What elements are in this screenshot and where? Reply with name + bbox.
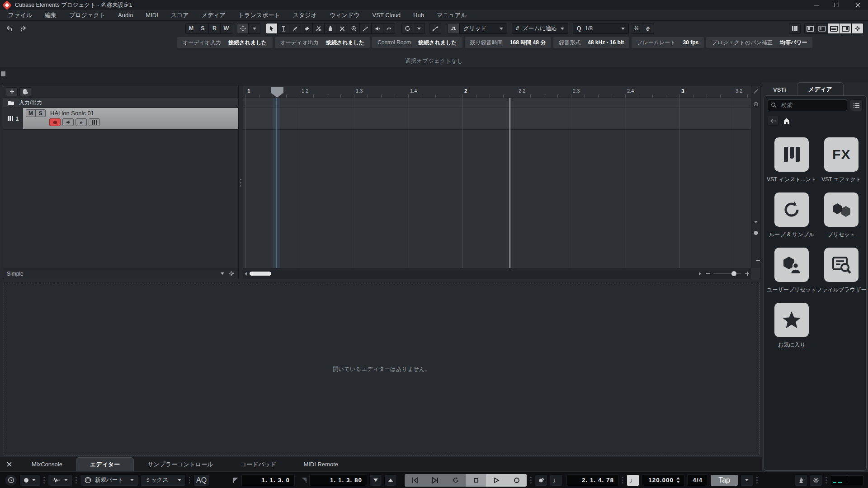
hzoom-thumb[interactable] bbox=[731, 271, 736, 276]
ruler-options-icon[interactable] bbox=[753, 89, 758, 94]
hzoom-out-icon[interactable] bbox=[706, 273, 710, 274]
tile-loops-samples[interactable]: ループ & サンプル bbox=[769, 192, 814, 248]
object-selection-tool[interactable] bbox=[266, 23, 278, 34]
window-layout-setup-button[interactable] bbox=[852, 23, 863, 34]
tap-tempo-button[interactable]: Tap bbox=[710, 474, 738, 486]
tile-user-presets[interactable]: ユーザープリセット bbox=[767, 248, 816, 303]
audio-record-mode-dropdown[interactable] bbox=[48, 474, 72, 486]
record-arm-button[interactable] bbox=[49, 118, 61, 126]
menu-window[interactable]: ウィンドウ bbox=[323, 10, 366, 21]
bottom-zone-toggle[interactable] bbox=[828, 23, 840, 34]
tile-vst-effects[interactable]: FX VST エフェクト bbox=[821, 137, 861, 192]
split-tool[interactable] bbox=[313, 23, 325, 34]
tab-chord-pads[interactable]: コードパッド bbox=[227, 457, 290, 471]
track-name[interactable]: HALion Sonic 01 bbox=[50, 110, 94, 117]
search-input[interactable] bbox=[768, 99, 847, 111]
menu-vst-cloud[interactable]: VST Cloud bbox=[366, 10, 407, 21]
track-preset-button[interactable] bbox=[19, 87, 31, 96]
zoom-tool[interactable] bbox=[348, 23, 360, 34]
menu-manual[interactable]: マニュアル bbox=[430, 10, 473, 21]
inspector-toggle[interactable] bbox=[816, 23, 828, 34]
hscroll-thumb[interactable] bbox=[250, 272, 271, 276]
tempo-display[interactable]: 120.000 bbox=[642, 474, 685, 486]
grid-type-dropdown[interactable]: # ズームに適応 bbox=[512, 23, 568, 34]
midi-record-mix-dropdown[interactable]: ミックス bbox=[141, 474, 186, 486]
track-mute-button[interactable]: M bbox=[26, 109, 36, 117]
swing-quantize-button[interactable]: ½ bbox=[631, 23, 642, 34]
tile-vst-instruments[interactable]: VST インスト...ント bbox=[767, 137, 816, 192]
automation-curve-button[interactable] bbox=[429, 23, 441, 34]
performance-meter[interactable] bbox=[830, 475, 863, 485]
right-locator-flag-icon[interactable] bbox=[301, 477, 307, 483]
menu-edit[interactable]: 編集 bbox=[38, 10, 63, 21]
goto-start-button[interactable] bbox=[405, 474, 425, 487]
record-mode-dropdown[interactable] bbox=[19, 474, 40, 486]
time-signature-display[interactable]: 4/4 bbox=[687, 474, 708, 486]
stop-button[interactable] bbox=[466, 474, 486, 487]
erase-tool[interactable] bbox=[301, 23, 313, 34]
line-tool[interactable] bbox=[360, 23, 372, 34]
menu-midi[interactable]: MIDI bbox=[139, 10, 164, 21]
audition-loop-dropdown[interactable] bbox=[413, 23, 425, 34]
snap-type-dropdown[interactable]: グリッド bbox=[459, 23, 507, 34]
autoscroll-button[interactable] bbox=[237, 23, 249, 34]
tile-favorites[interactable]: お気に入り bbox=[774, 303, 809, 358]
metronome-setup-button[interactable] bbox=[810, 474, 822, 486]
range-selection-tool[interactable] bbox=[278, 23, 289, 34]
maximize-button[interactable] bbox=[826, 0, 847, 10]
tab-vsti[interactable]: VSTi bbox=[762, 83, 797, 96]
tile-file-browser[interactable]: ファイルブラウザー bbox=[816, 248, 866, 303]
menu-file[interactable]: ファイル bbox=[2, 10, 38, 21]
read-automation-button[interactable]: R bbox=[209, 23, 221, 34]
track-settings-gear-icon[interactable] bbox=[229, 271, 235, 277]
panel-splitter[interactable] bbox=[239, 85, 243, 279]
add-track-button[interactable] bbox=[6, 87, 18, 96]
edit-channel-button[interactable]: e bbox=[75, 118, 87, 126]
tile-presets[interactable]: プリセット bbox=[824, 192, 859, 248]
auto-quantize-button[interactable]: AQ bbox=[193, 474, 209, 486]
punch-out-button[interactable] bbox=[384, 474, 397, 486]
menu-score[interactable]: スコア bbox=[165, 10, 195, 21]
left-locator-flag-icon[interactable] bbox=[233, 477, 239, 483]
color-tool[interactable] bbox=[383, 23, 395, 34]
tab-midi-remote[interactable]: MIDI Remote bbox=[290, 457, 352, 471]
hzoom-slider[interactable] bbox=[713, 273, 741, 274]
punch-in-button[interactable] bbox=[369, 474, 382, 486]
metronome-button[interactable] bbox=[795, 474, 807, 486]
right-locator-display[interactable]: 1. 1. 3. 80 bbox=[309, 474, 367, 486]
solo-all-button[interactable]: S bbox=[197, 23, 209, 34]
menu-hub[interactable]: Hub bbox=[407, 10, 430, 21]
tab-mixconsole[interactable]: MixConsole bbox=[18, 457, 76, 471]
left-locator-display[interactable]: 1. 1. 3. 0 bbox=[241, 474, 295, 486]
position-display[interactable]: 2. 1. 4. 78 bbox=[566, 474, 619, 486]
event-display[interactable] bbox=[243, 98, 751, 268]
list-view-button[interactable] bbox=[850, 99, 863, 111]
back-button[interactable] bbox=[768, 116, 778, 126]
tab-editor[interactable]: エディター bbox=[76, 457, 134, 471]
divider-handle[interactable] bbox=[1, 71, 5, 76]
play-tool[interactable] bbox=[372, 23, 383, 34]
close-button[interactable] bbox=[847, 0, 868, 10]
scroll-left-icon[interactable] bbox=[245, 272, 247, 276]
record-button[interactable] bbox=[506, 474, 527, 487]
tempo-spinner[interactable] bbox=[676, 477, 680, 483]
view-preset-dropdown[interactable] bbox=[221, 272, 224, 275]
home-button[interactable] bbox=[783, 117, 790, 124]
mute-all-button[interactable]: M bbox=[185, 23, 197, 34]
quantize-panel-button[interactable]: e bbox=[642, 23, 654, 34]
close-lower-zone-button[interactable] bbox=[0, 457, 18, 471]
quantize-dropdown[interactable]: Q 1/8 bbox=[573, 23, 629, 34]
track-solo-button[interactable]: S bbox=[36, 109, 46, 117]
autoscroll-options-dropdown[interactable] bbox=[249, 23, 260, 34]
midi-record-mode-dropdown[interactable]: 新規パート bbox=[80, 474, 138, 486]
target-icon[interactable] bbox=[753, 102, 758, 107]
audition-loop-button[interactable] bbox=[401, 23, 413, 34]
snap-toggle-button[interactable] bbox=[448, 23, 459, 34]
tab-media[interactable]: メディア bbox=[797, 82, 844, 96]
hzoom-in-icon[interactable] bbox=[745, 272, 749, 276]
tempo-dropdown[interactable] bbox=[741, 474, 753, 486]
glue-tool[interactable] bbox=[325, 23, 336, 34]
right-zone-toggle[interactable] bbox=[840, 23, 852, 34]
common-record-modes-button[interactable] bbox=[5, 474, 17, 486]
io-folder-row[interactable]: 入力/出力 bbox=[3, 98, 238, 108]
